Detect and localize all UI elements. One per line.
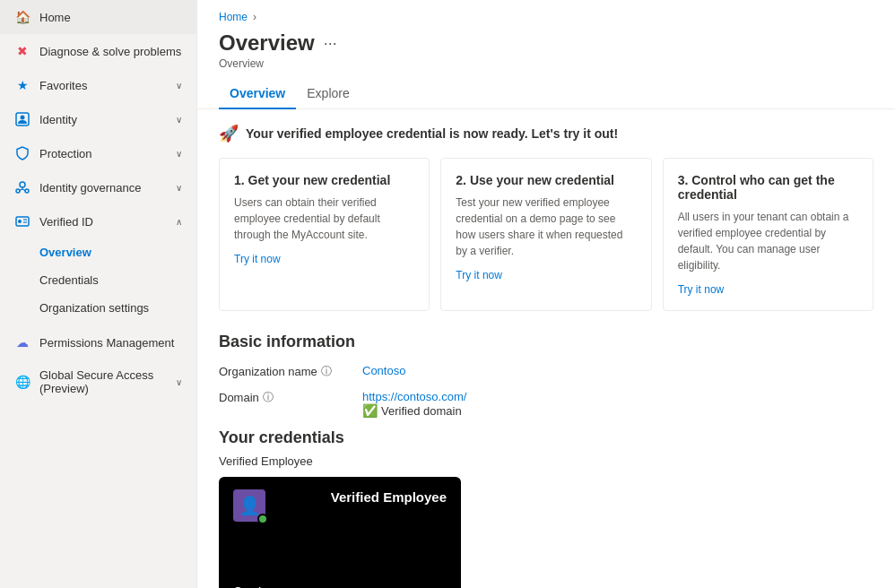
sidebar-label-global-secure: Global Secure Access (Preview) (39, 368, 167, 395)
card-3: 3. Control who can get the credential Al… (663, 158, 873, 311)
sidebar-subitem-org-settings-label: Organization settings (39, 301, 149, 315)
rocket-icon: 🚀 (219, 124, 239, 143)
card-3-body: All users in your tenant can obtain a ve… (678, 209, 858, 273)
credentials-title: Your credentials (219, 428, 873, 447)
card-1-title: 1. Get your new credential (234, 173, 414, 187)
more-options-button[interactable]: ··· (324, 34, 337, 53)
domain-value: https://contoso.com/ ✅ Verified domain (362, 390, 466, 418)
org-name-value: Contoso (362, 364, 405, 377)
sidebar: 🏠 Home ✖ Diagnose & solve problems ★ Fav… (0, 0, 197, 588)
sidebar-subitem-credentials[interactable]: Credentials (0, 266, 196, 294)
card-2-link[interactable]: Try it now (456, 269, 502, 281)
identity-governance-icon (14, 179, 30, 195)
chevron-down-icon: ∨ (176, 377, 182, 387)
banner-text: Your verified employee credential is now… (246, 126, 618, 141)
identity-icon (14, 111, 30, 127)
sidebar-label-favorites: Favorites (39, 79, 167, 92)
home-icon: 🏠 (14, 9, 30, 25)
sidebar-label-permissions-mgmt: Permissions Management (39, 336, 182, 350)
verified-id-icon (14, 213, 30, 229)
basic-info-title: Basic information (219, 333, 873, 351)
diagnose-icon: ✖ (14, 43, 30, 59)
credential-avatar: 👤 (233, 489, 265, 522)
sidebar-subitem-overview[interactable]: Overview (0, 238, 196, 266)
org-name-info-icon[interactable]: ⓘ (321, 364, 332, 379)
domain-row: Domain ⓘ https://contoso.com/ ✅ Verified… (219, 390, 873, 418)
sidebar-item-home[interactable]: 🏠 Home (0, 0, 196, 34)
org-name-label: Organization name ⓘ (219, 364, 362, 379)
domain-info-icon[interactable]: ⓘ (263, 390, 274, 405)
protection-icon (14, 145, 30, 161)
permissions-icon: ☁ (14, 334, 30, 350)
sidebar-item-verified-id[interactable]: Verified ID ∧ (0, 204, 196, 238)
card-2-title: 2. Use your new credential (456, 173, 636, 187)
sidebar-subitem-credentials-label: Credentials (39, 273, 99, 287)
breadcrumb-home[interactable]: Home (219, 11, 248, 23)
credential-card: 👤 Verified Employee Contoso (219, 477, 461, 588)
card-1-body: Users can obtain their verified employee… (234, 195, 414, 243)
page-subtitle: Overview (197, 57, 895, 79)
sidebar-item-protection[interactable]: Protection ∨ (0, 136, 196, 170)
sidebar-item-identity-governance[interactable]: Identity governance ∨ (0, 170, 196, 204)
page-header: Overview ··· (197, 27, 895, 57)
sidebar-label-diagnose: Diagnose & solve problems (39, 45, 182, 58)
svg-point-6 (18, 220, 22, 223)
sidebar-subitem-overview-label: Overview (39, 246, 91, 259)
sidebar-item-identity[interactable]: Identity ∨ (0, 102, 196, 136)
breadcrumb-separator: › (253, 11, 256, 23)
star-icon: ★ (14, 77, 30, 93)
org-name-row: Organization name ⓘ Contoso (219, 364, 873, 379)
card-1-link[interactable]: Try it now (234, 253, 281, 265)
breadcrumb: Home › (197, 0, 895, 27)
chevron-down-icon: ∨ (176, 115, 182, 125)
sidebar-item-permissions-mgmt[interactable]: ☁ Permissions Management (0, 325, 196, 359)
credential-card-header: 👤 Verified Employee (233, 489, 447, 522)
sidebar-subitem-org-settings[interactable]: Organization settings (0, 294, 196, 322)
sidebar-item-global-secure[interactable]: 🌐 Global Secure Access (Preview) ∨ (0, 359, 196, 404)
tabs: Overview Explore (197, 79, 895, 109)
svg-point-1 (21, 116, 25, 120)
sidebar-item-diagnose[interactable]: ✖ Diagnose & solve problems (0, 34, 196, 68)
sidebar-label-home: Home (39, 11, 182, 24)
banner: 🚀 Your verified employee credential is n… (219, 124, 873, 143)
chevron-down-icon: ∨ (176, 81, 182, 91)
sidebar-label-protection: Protection (39, 147, 167, 160)
credential-subtitle: Verified Employee (219, 454, 873, 468)
avatar-person-icon: 👤 (239, 495, 261, 516)
cards-row: 1. Get your new credential Users can obt… (219, 158, 873, 311)
credential-card-inner: 👤 Verified Employee Contoso (219, 477, 461, 588)
avatar-dot (257, 514, 268, 524)
tab-overview[interactable]: Overview (219, 79, 296, 109)
card-2: 2. Use your new credential Test your new… (440, 158, 651, 311)
card-1: 1. Get your new credential Users can obt… (219, 158, 430, 311)
domain-url-link[interactable]: https://contoso.com/ (362, 390, 466, 403)
globe-icon: 🌐 (14, 374, 30, 390)
card-2-body: Test your new verified employee credenti… (456, 195, 636, 259)
sidebar-label-verified-id: Verified ID (39, 215, 167, 229)
domain-label: Domain ⓘ (219, 390, 362, 405)
chevron-down-icon: ∨ (176, 183, 182, 193)
page-title: Overview (219, 30, 315, 56)
sidebar-item-favorites[interactable]: ★ Favorites ∨ (0, 68, 196, 102)
verified-domain-text: Verified domain (381, 404, 462, 418)
verified-domain-badge: ✅ Verified domain (362, 403, 466, 418)
chevron-up-icon: ∧ (176, 217, 182, 227)
main-content: Home › Overview ··· Overview Overview Ex… (197, 0, 895, 588)
credential-card-name: Verified Employee (331, 489, 447, 505)
content-area: 🚀 Your verified employee credential is n… (197, 124, 895, 588)
org-name-link[interactable]: Contoso (362, 364, 405, 377)
tab-explore[interactable]: Explore (296, 79, 360, 109)
card-3-title: 3. Control who can get the credential (678, 173, 858, 202)
sidebar-label-identity-governance: Identity governance (39, 181, 167, 195)
chevron-down-icon: ∨ (176, 149, 182, 159)
sidebar-label-identity: Identity (39, 113, 167, 126)
svg-point-2 (20, 182, 25, 187)
card-3-link[interactable]: Try it now (678, 283, 725, 296)
verified-check-icon: ✅ (362, 403, 378, 418)
credential-card-footer: Contoso (233, 584, 284, 588)
